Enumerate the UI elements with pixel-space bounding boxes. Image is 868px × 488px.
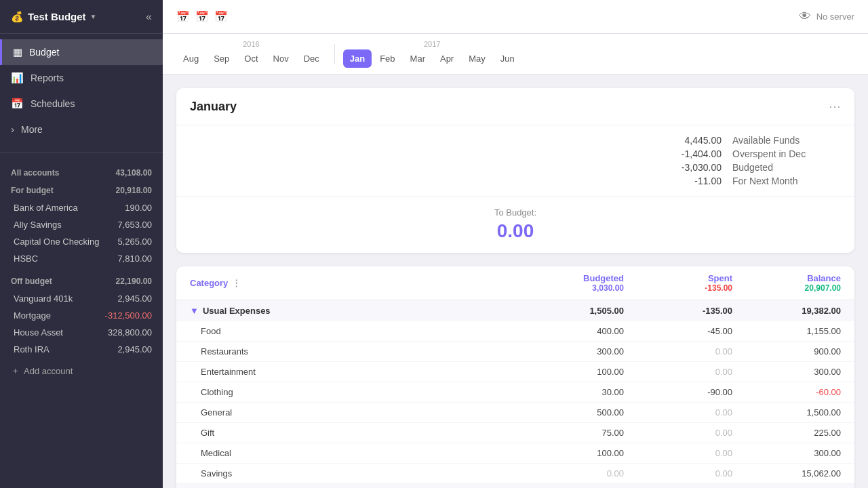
table-header: Category ⋮ Budgeted 3,030.00 Spent -135.… (176, 266, 854, 300)
for-next-label: For Next Month (732, 176, 841, 186)
month-sep-2016[interactable]: Sep (207, 49, 236, 68)
budgeted-amount: -3,030.00 (660, 162, 722, 173)
month-nov-2016[interactable]: Nov (267, 49, 296, 68)
table-row: General 500.00 0.00 1,500.00 (176, 403, 854, 423)
account-bank-of-america[interactable]: Bank of America 190.00 (0, 199, 163, 216)
table-row: Gift 75.00 0.00 225.00 (176, 423, 854, 443)
available-funds-label: Available Funds (732, 135, 841, 146)
eye-icon[interactable]: 👁 (799, 9, 811, 24)
table-row: Restaurants 300.00 0.00 900.00 (176, 342, 854, 362)
month-jan-2017[interactable]: Jan (343, 49, 372, 68)
overspent-label: Overspent in Dec (732, 148, 841, 159)
account-ally-savings[interactable]: Ally Savings 7,653.00 (0, 216, 163, 233)
topbar-left: 📅 📅 📅 (176, 10, 228, 23)
sidebar-item-schedules[interactable]: 📅 Schedules (0, 91, 163, 117)
overspent-amount: -1,404.00 (660, 148, 722, 159)
chevron-right-icon: › (11, 123, 14, 135)
stat-row-1: -1,404.00 Overspent in Dec (190, 148, 841, 159)
reports-nav-icon: 📊 (11, 72, 24, 84)
stat-row-2: -3,030.00 Budgeted (190, 162, 841, 173)
year-2016-group: 2016 Aug Sep Oct Nov Dec (176, 40, 326, 68)
month-dec-2016[interactable]: Dec (297, 49, 326, 68)
plus-icon: ＋ (11, 365, 20, 377)
sidebar-item-reports[interactable]: 📊 Reports (0, 65, 163, 91)
topbar-right: 👁 No server (799, 9, 854, 24)
sidebar-item-budget[interactable]: ▦ Budget (0, 39, 163, 65)
summary-header: January ⋯ (176, 88, 854, 125)
account-mortgage[interactable]: Mortgage -312,500.00 (0, 307, 163, 324)
collapse-sidebar-button[interactable]: « (146, 11, 152, 23)
months-2016: Aug Sep Oct Nov Dec (176, 49, 326, 68)
main-area: 📅 📅 📅 👁 No server 2016 Aug Sep Oct Nov D… (163, 0, 868, 488)
account-vanguard[interactable]: Vanguard 401k 2,945.00 (0, 290, 163, 307)
summary-card: January ⋯ 4,445.00 Available Funds -1,40… (176, 88, 854, 253)
category-column-header: Category ⋮ (176, 273, 529, 293)
for-budget-header: For budget 20,918.00 (0, 182, 163, 199)
group-usual-expenses[interactable]: ▼ Usual Expenses 1,505.00 -135.00 19,382… (176, 300, 854, 321)
to-budget-label: To Budget: (190, 207, 841, 218)
all-accounts-header: All accounts 43,108.00 (0, 164, 163, 182)
chevron-down-icon: ▼ (90, 13, 97, 20)
budgeted-label: Budgeted (732, 162, 841, 173)
budget-icon: 💰 (11, 11, 24, 23)
budgeted-column-header: Budgeted 3,030.00 (529, 273, 637, 293)
stat-row-0: 4,445.00 Available Funds (190, 135, 841, 146)
table-row: Food 400.00 -45.00 1,155.00 (176, 321, 854, 342)
app-title[interactable]: 💰 Test Budget ▼ (11, 11, 96, 23)
topbar: 📅 📅 📅 👁 No server (163, 0, 868, 34)
month-mar-2017[interactable]: Mar (403, 49, 432, 68)
for-next-amount: -11.00 (660, 176, 722, 186)
month-title: January (190, 100, 237, 114)
month-oct-2016[interactable]: Oct (237, 49, 264, 68)
category-menu-icon[interactable]: ⋮ (232, 278, 241, 288)
calendar-icon-3[interactable]: 📅 (214, 10, 228, 23)
add-account-button[interactable]: ＋ Add account (0, 358, 163, 384)
account-house-asset[interactable]: House Asset 328,800.00 (0, 324, 163, 341)
off-budget-header: Off budget 22,190.00 (0, 272, 163, 290)
summary-stats: 4,445.00 Available Funds -1,404.00 Overs… (176, 125, 854, 197)
budget-content: January ⋯ 4,445.00 Available Funds -1,40… (163, 75, 868, 488)
to-budget-amount: 0.00 (190, 220, 841, 242)
available-funds-amount: 4,445.00 (660, 135, 722, 146)
month-navigation: 2016 Aug Sep Oct Nov Dec 2017 Jan Feb Ma… (163, 34, 868, 75)
spent-column-header: Spent -135.00 (637, 273, 746, 293)
chevron-down-icon: ▼ (190, 306, 199, 316)
month-jun-2017[interactable]: Jun (494, 49, 521, 68)
sidebar-nav: ▦ Budget 📊 Reports 📅 Schedules › More (0, 34, 163, 147)
month-aug-2016[interactable]: Aug (176, 49, 205, 68)
budget-table: Category ⋮ Budgeted 3,030.00 Spent -135.… (176, 266, 854, 488)
months-2017: Jan Feb Mar Apr May Jun (343, 49, 521, 68)
month-may-2017[interactable]: May (462, 49, 492, 68)
account-capital-one[interactable]: Capital One Checking 5,265.00 (0, 233, 163, 250)
month-feb-2017[interactable]: Feb (373, 49, 401, 68)
sidebar-header: 💰 Test Budget ▼ « (0, 0, 163, 34)
table-row: Medical 100.00 0.00 300.00 (176, 443, 854, 464)
table-row: Savings 0.00 0.00 15,062.00 (176, 464, 854, 484)
calendar-icon-2[interactable]: 📅 (195, 10, 209, 23)
budget-nav-icon: ▦ (13, 46, 22, 58)
year-divider (334, 44, 335, 64)
account-roth-ira[interactable]: Roth IRA 2,945.00 (0, 341, 163, 358)
to-budget-section: To Budget: 0.00 (176, 197, 854, 253)
account-hsbc[interactable]: HSBC 7,810.00 (0, 250, 163, 267)
accounts-section: All accounts 43,108.00 For budget 20,918… (0, 159, 163, 488)
stat-row-3: -11.00 For Next Month (190, 176, 841, 186)
table-row: Entertainment 100.00 0.00 300.00 (176, 362, 854, 382)
month-apr-2017[interactable]: Apr (433, 49, 460, 68)
calendar-icon-1[interactable]: 📅 (176, 10, 190, 23)
table-row: Clothing 30.00 -90.00 -60.00 (176, 382, 854, 403)
schedules-nav-icon: 📅 (11, 98, 24, 110)
sidebar-item-more[interactable]: › More (0, 117, 163, 142)
group-bills[interactable]: ▼ Bills 1,525.00 0.00 1,525.00 (176, 484, 854, 488)
summary-menu-button[interactable]: ⋯ (829, 99, 841, 114)
sidebar: 💰 Test Budget ▼ « ▦ Budget 📊 Reports 📅 S… (0, 0, 163, 488)
balance-column-header: Balance 20,907.00 (746, 273, 854, 293)
year-2017-group: 2017 Jan Feb Mar Apr May Jun (343, 40, 521, 68)
sidebar-divider (0, 152, 163, 153)
